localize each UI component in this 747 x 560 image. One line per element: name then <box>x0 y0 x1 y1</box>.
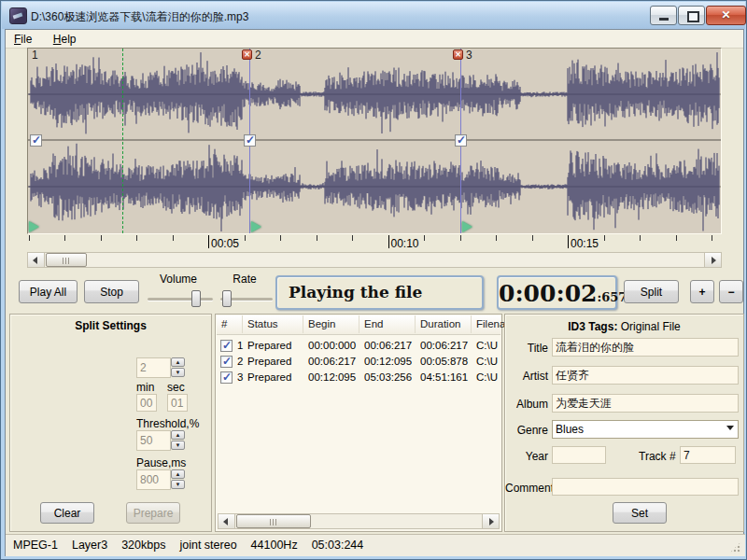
cell-begin: 00:12:095 <box>303 371 359 383</box>
playback-status-text: Playing the file <box>277 277 482 301</box>
segment-3-checkbox[interactable] <box>220 371 233 384</box>
set-button[interactable]: Set <box>613 502 667 524</box>
spin-down-icon[interactable]: ▼ <box>171 441 185 450</box>
prepare-button[interactable]: Prepare <box>126 502 180 524</box>
waveform-display[interactable]: 1 ✕ 2 ✕ 3 <box>27 48 722 234</box>
id3-tags-panel: ID3 Tags: Original File Title Artist Alb… <box>504 314 744 532</box>
column-header-number[interactable]: # <box>217 315 243 333</box>
timeline-ruler: 00:0500:1000:15 <box>27 235 722 251</box>
genre-dropdown[interactable]: Blues <box>552 420 739 439</box>
volume-slider[interactable] <box>148 298 213 301</box>
threshold-input[interactable] <box>136 430 171 451</box>
time-display: 0:00:02:657 <box>497 275 617 310</box>
stop-button[interactable]: Stop <box>84 280 139 303</box>
delete-marker-3-icon[interactable]: ✕ <box>453 49 463 60</box>
scroll-right-button[interactable] <box>704 253 721 267</box>
title-bar[interactable]: D:\360极速浏览器下载\流着泪的你的脸.mp3 ✕ <box>2 2 745 29</box>
rate-slider-thumb[interactable] <box>222 290 232 307</box>
year-input[interactable] <box>552 446 606 464</box>
minimize-button[interactable] <box>650 6 677 25</box>
volume-slider-thumb[interactable] <box>191 290 201 307</box>
column-header-begin[interactable]: Begin <box>303 315 359 333</box>
cell-duration: 00:05:878 <box>416 356 472 367</box>
timeline-tick <box>388 235 389 248</box>
segment-1-start-triangle-icon[interactable] <box>29 221 39 232</box>
comment-input[interactable] <box>552 478 739 496</box>
table-row[interactable]: 3 Prepared 00:12:095 05:03:256 04:51:161… <box>217 371 500 386</box>
genre-label: Genre <box>507 424 548 437</box>
marker-1-label: 1 <box>32 49 38 62</box>
menu-help[interactable]: Help <box>45 31 85 46</box>
segment-2-start-triangle-icon[interactable] <box>251 221 261 232</box>
time-main: 0:00:02 <box>499 280 597 307</box>
artist-input[interactable] <box>552 366 739 385</box>
segment-2-wave-checkbox[interactable] <box>244 134 256 147</box>
maximize-button[interactable] <box>678 6 705 25</box>
pause-spinner[interactable]: ▲ ▼ <box>136 469 185 490</box>
segment-1-wave-checkbox[interactable] <box>30 134 42 147</box>
pause-input[interactable] <box>136 469 171 490</box>
cell-end: 00:12:095 <box>359 356 416 367</box>
spin-up-icon[interactable]: ▲ <box>171 469 185 479</box>
column-header-filename[interactable]: Filename <box>472 315 502 333</box>
segment-1-checkbox[interactable] <box>220 340 233 352</box>
album-input[interactable] <box>552 394 739 413</box>
minimize-icon <box>659 18 669 21</box>
cell-end: 00:06:217 <box>359 340 416 351</box>
spin-down-icon[interactable]: ▼ <box>171 480 185 489</box>
clear-button[interactable]: Clear <box>40 502 94 524</box>
table-header: # Status Begin End Duration Filename <box>217 315 500 335</box>
parts-input[interactable] <box>136 357 171 378</box>
spin-down-icon[interactable]: ▼ <box>171 368 185 377</box>
scrollbar-thumb[interactable] <box>236 514 311 528</box>
spin-up-icon[interactable]: ▲ <box>171 357 185 367</box>
scroll-right-button[interactable] <box>482 514 499 528</box>
split-button[interactable]: Split <box>624 280 679 303</box>
sec-input[interactable] <box>167 394 188 412</box>
playback-cursor[interactable] <box>122 49 123 233</box>
timeline-tick <box>280 235 281 241</box>
threshold-spinner[interactable]: ▲ ▼ <box>136 430 185 451</box>
column-header-status[interactable]: Status <box>243 315 303 333</box>
zoom-in-button[interactable]: + <box>690 280 714 303</box>
segment-3-start-triangle-icon[interactable] <box>462 221 472 232</box>
id3-header-source: Original File <box>621 320 681 333</box>
table-row[interactable]: 2 Prepared 00:06:217 00:12:095 00:05:878… <box>217 355 500 371</box>
title-label: Title <box>507 342 548 355</box>
zoom-out-button[interactable]: − <box>719 280 743 303</box>
column-header-end[interactable]: End <box>359 315 416 333</box>
cell-duration: 04:51:161 <box>416 371 472 383</box>
pause-label: Pause,ms <box>136 456 186 469</box>
parts-spinner[interactable]: ▲ ▼ <box>136 357 185 378</box>
rate-label: Rate <box>217 273 273 286</box>
min-input[interactable] <box>136 394 157 412</box>
status-bitrate: 320kbps <box>121 539 165 556</box>
status-layer: Layer3 <box>72 539 107 556</box>
spin-up-icon[interactable]: ▲ <box>171 430 185 440</box>
album-label: Album <box>507 398 548 411</box>
timeline-tick <box>568 235 569 248</box>
track-input[interactable] <box>680 446 736 464</box>
scrollbar-thumb[interactable] <box>46 253 87 267</box>
scroll-left-button[interactable] <box>218 514 235 528</box>
window-title: D:\360极速浏览器下载\流着泪的你的脸.mp3 <box>31 9 248 25</box>
segment-3-wave-checkbox[interactable] <box>455 134 467 147</box>
title-input[interactable] <box>552 338 739 357</box>
scroll-left-button[interactable] <box>28 253 45 267</box>
waveform-canvas <box>28 49 721 233</box>
timeline-tick <box>317 235 317 241</box>
close-button[interactable]: ✕ <box>706 6 746 25</box>
grip-icon <box>270 519 278 525</box>
timeline-tick <box>604 235 605 241</box>
play-all-button[interactable]: Play All <box>19 280 78 303</box>
timeline-tick <box>352 235 353 241</box>
segment-2-checkbox[interactable] <box>220 356 233 368</box>
timeline-label: 00:15 <box>571 237 599 250</box>
menu-file[interactable]: File <box>6 31 40 46</box>
timeline-tick <box>29 235 30 241</box>
waveform-scrollbar[interactable] <box>27 252 722 268</box>
table-row[interactable]: 1 Prepared 00:00:000 00:06:217 00:06:217… <box>217 339 500 355</box>
delete-marker-2-icon[interactable]: ✕ <box>242 49 252 60</box>
table-scrollbar[interactable] <box>218 513 500 529</box>
column-header-duration[interactable]: Duration <box>416 315 472 333</box>
